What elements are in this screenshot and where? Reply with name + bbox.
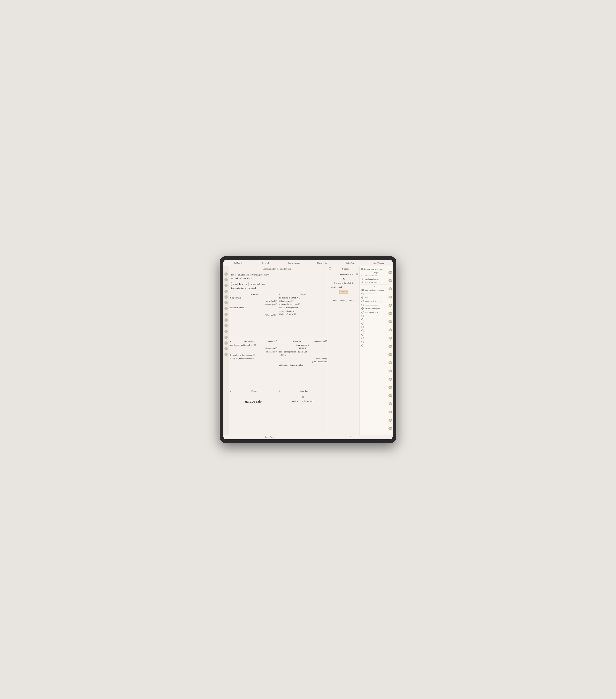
day-wednesday: 3 Wednesday post pwm ☑ record notion wal… — [229, 339, 278, 389]
thursday-extra: promote olivia ☑ — [314, 340, 327, 343]
left-dots — [223, 266, 229, 435]
spiral-ring — [389, 353, 392, 356]
tuesday-item: reply nutritionist ☑ — [279, 309, 327, 313]
sidebar-check-icon — [361, 268, 364, 271]
sidebar-empty-item — [360, 332, 393, 336]
monday-number: 1 — [230, 293, 231, 295]
forward-header: Something I'm looking forward to — [229, 266, 328, 272]
bottom-bar: Extra Pages ? — [223, 435, 393, 439]
tuesday-header: 2 Tuesday — [279, 293, 327, 295]
nav-master[interactable]: Master to-do — [308, 261, 336, 265]
left-dot — [224, 278, 228, 281]
sidebar-list-item: pinterest cover photo — [360, 307, 393, 311]
thursday-item: ✓ @host intercessors — [279, 360, 327, 364]
sidebar-list-item: launch white tabs — [360, 311, 393, 314]
win-box: win of the week: — [231, 282, 248, 286]
sunday-col: Sunday meet with myda 12 ☑ ✳ finalize ma… — [328, 266, 360, 435]
main-content: Something I'm looking forward to I'm loo… — [223, 266, 393, 435]
left-dot — [224, 335, 228, 339]
saturday-item: ✳ — [279, 394, 327, 400]
left-dot — [224, 324, 228, 327]
check-circle-icon — [362, 315, 364, 317]
check-circle-icon — [362, 337, 364, 339]
left-dot — [224, 295, 228, 299]
check-circle-icon — [362, 292, 364, 295]
monday-name: Monday — [232, 293, 277, 295]
sidebar-list-item: nails — [360, 295, 393, 299]
sidebar-list-item: journal course ? — [360, 292, 393, 295]
wednesday-item: Family hangout or double date ○ — [230, 357, 277, 360]
check-circle-icon — [362, 329, 364, 332]
nav-dashboard[interactable]: Dashboard — [223, 261, 251, 265]
sidebar-list-item: send questions - interces... — [360, 288, 393, 292]
left-dot — [224, 347, 228, 351]
sidebar-empty-item — [360, 321, 393, 325]
screen: Dashboard Go-to tab Year at a glance Mas… — [223, 260, 393, 439]
day-saturday: 6 Saturday ✳ lunch w. Lupe, Janisa, Jaco… — [278, 389, 328, 435]
left-dot — [224, 313, 228, 316]
device-frame: Dashboard Go-to tab Year at a glance Mas… — [220, 256, 396, 443]
saturday-name: Saturday — [281, 390, 327, 392]
list-header: List i — [360, 285, 393, 288]
sidebar-empty-item — [360, 329, 393, 332]
sunday-item: ✓ — [330, 295, 358, 299]
saturday-number: 6 — [279, 390, 280, 392]
friday-name: Friday — [232, 390, 277, 392]
sunday-reminder: reminder — [330, 290, 358, 294]
check-circle-icon — [362, 333, 364, 335]
monday-content: ✳ tag work ☑ creative haul ☑ ✳2nd sample… — [230, 296, 277, 317]
bottom-question[interactable]: ? — [350, 436, 351, 438]
spiral-ring — [389, 427, 392, 430]
tuesday-item: voiceover for tomorrow ☑ — [279, 303, 327, 306]
left-dot — [224, 273, 228, 276]
thursday-number: 4 — [279, 340, 280, 342]
sidebar-list: Do something special for... Target ① fin… — [360, 266, 393, 435]
sunday-item: meet with myda 12 ☑ — [330, 273, 358, 276]
spiral-ring — [389, 271, 392, 274]
spiral-ring — [389, 328, 392, 331]
sunday-item: ✳ — [330, 276, 358, 281]
nav-year[interactable]: Year at a glance — [280, 261, 308, 265]
check-circle-icon — [362, 344, 364, 347]
check-circle-icon — [362, 296, 364, 299]
thursday-item: ✓ YAM meeting — [279, 357, 327, 360]
left-panel: Something I'm looking forward to I'm loo… — [229, 266, 328, 435]
sunday-item: - order book ☑ — [330, 285, 358, 289]
wednesday-item: visit parents ☑ — [230, 347, 277, 350]
forward-content: I'm looking forward to working out every… — [229, 272, 328, 292]
wednesday-name: Wednesday — [232, 340, 267, 342]
sidebar-empty-item — [360, 336, 393, 340]
spiral-ring — [389, 304, 392, 307]
saturday-item: lunch w. Lupe, Janisa, Jacob — [279, 400, 327, 403]
check-circle-icon — [362, 300, 364, 302]
sunday-forward: Sunday — [328, 266, 359, 272]
spiral-ring — [389, 312, 392, 315]
left-dot — [224, 307, 228, 310]
reminder-badge: reminder — [339, 290, 348, 294]
friday-header: 5 Friday — [230, 390, 277, 392]
spiral-ring — [389, 403, 392, 405]
week-grid: 1 Monday ✳ tag work ☑ creative haul ☑ ✳2… — [229, 292, 328, 435]
wednesday-number: 3 — [230, 340, 231, 342]
monday-item: ✓@prayer 7PM — [230, 314, 277, 317]
top-nav: Dashboard Go-to tab Year at a glance Mas… — [223, 260, 393, 266]
nav-goto[interactable]: Go-to tab — [251, 261, 280, 265]
sidebar-target: Target — [360, 271, 393, 274]
nav-quicknote[interactable]: Quick Note — [336, 261, 364, 265]
sidebar-empty-item — [360, 340, 393, 344]
spiral-ring — [389, 370, 392, 372]
sidebar-empty-item — [360, 314, 393, 318]
tuesday-number: 2 — [279, 293, 280, 295]
nav-habit[interactable]: Habit Tracking — [365, 261, 393, 265]
spiral-ring — [389, 386, 392, 389]
left-dot — [224, 353, 228, 356]
friday-content: garage sale — [230, 398, 277, 405]
thursday-content: team meeting ☑ 1PM CST post · marriage n… — [279, 343, 327, 367]
thursday-item: post · marriage notion + launch ☑ x — [279, 350, 327, 354]
tuesday-name: Tuesday — [281, 293, 327, 295]
bottom-extra-pages[interactable]: Extra Pages — [265, 436, 274, 438]
saturday-header: 6 Saturday — [279, 390, 327, 392]
thursday-header: 4 Thursday promote olivia ☑ — [279, 340, 327, 343]
monday-item: tomorrows content ☑ — [230, 306, 277, 309]
thursday-item: 1PM CST — [279, 347, 327, 350]
